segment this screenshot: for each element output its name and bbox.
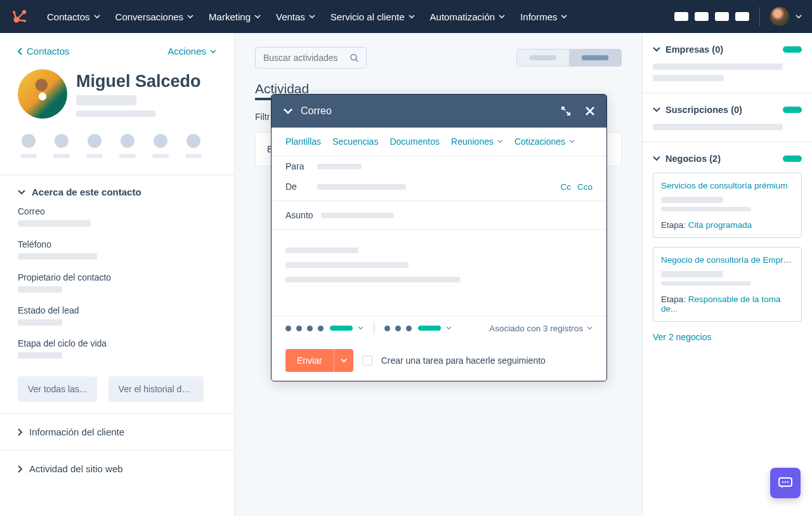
info-cliente-section[interactable]: Información del cliente xyxy=(0,413,234,450)
tab-secuencias[interactable]: Secuencias xyxy=(332,136,378,147)
placeholder xyxy=(285,277,461,282)
prop-estado-lead-label: Estado del lead xyxy=(18,305,216,315)
cc-button[interactable]: Cc xyxy=(560,182,571,192)
fmt-dot[interactable] xyxy=(285,326,291,331)
actividad-sitio-section[interactable]: Actividad del sitio web xyxy=(0,450,234,487)
email-body[interactable] xyxy=(272,234,606,296)
send-button[interactable]: Enviar xyxy=(285,349,334,372)
nav-conversaciones[interactable]: Conversaciones xyxy=(109,6,200,27)
fmt-dot[interactable] xyxy=(406,326,412,331)
chevron-down-icon[interactable] xyxy=(796,15,802,18)
empresas-header[interactable]: Empresas (0) xyxy=(653,44,802,55)
tab-documentos[interactable]: Documentos xyxy=(390,136,440,147)
action-circle[interactable] xyxy=(55,134,69,148)
svg-point-4 xyxy=(350,55,356,60)
placeholder xyxy=(653,124,783,130)
actions-menu[interactable]: Acciones xyxy=(167,46,216,56)
placeholder xyxy=(321,213,394,218)
expand-icon[interactable] xyxy=(561,106,571,116)
seg-1[interactable] xyxy=(517,50,569,66)
nav-marketing[interactable]: Marketing xyxy=(202,6,267,27)
nav-servicio[interactable]: Servicio al cliente xyxy=(324,6,421,27)
chat-button[interactable] xyxy=(770,468,801,498)
search-activities[interactable] xyxy=(255,47,367,69)
add-badge[interactable] xyxy=(783,46,802,53)
chevron-down-icon xyxy=(210,50,216,53)
nav-ventas[interactable]: Ventas xyxy=(270,6,322,27)
tab-reuniones[interactable]: Reuniones xyxy=(451,136,503,147)
nav-placeholder[interactable] xyxy=(715,12,729,21)
fmt-pill[interactable] xyxy=(418,326,441,331)
fmt-dot[interactable] xyxy=(395,326,401,331)
asunto-label: Asunto xyxy=(285,210,321,220)
nav-placeholder[interactable] xyxy=(735,12,749,21)
close-icon[interactable] xyxy=(585,106,595,116)
prop-etapa-ciclo-label: Etapa del ciclo de vida xyxy=(18,338,216,348)
hubspot-logo[interactable] xyxy=(10,7,29,26)
fmt-dot[interactable] xyxy=(318,326,324,331)
cco-button[interactable]: Cco xyxy=(577,182,593,192)
placeholder xyxy=(661,271,723,277)
back-contactos[interactable]: Contactos xyxy=(18,46,70,56)
deal-card-1[interactable]: Servicios de consultoría prémium Etapa: … xyxy=(653,173,802,238)
email-title: Correo xyxy=(301,105,332,117)
nav-informes[interactable]: Informes xyxy=(514,6,573,27)
nav-automatizacion[interactable]: Automatización xyxy=(424,6,512,27)
add-badge[interactable] xyxy=(783,107,802,113)
fmt-pill[interactable] xyxy=(330,326,353,331)
action-circle[interactable] xyxy=(121,134,134,148)
about-section-header[interactable]: Acerca de este contacto xyxy=(18,187,216,197)
svg-point-8 xyxy=(787,481,789,482)
placeholder xyxy=(18,220,91,227)
nav-contactos[interactable]: Contactos xyxy=(41,6,107,27)
collapse-icon[interactable] xyxy=(283,108,293,114)
nav-placeholder[interactable] xyxy=(674,12,688,21)
deal-card-2[interactable]: Negocio de consultoría de Empres... Etap… xyxy=(653,247,802,322)
nav-right xyxy=(674,7,802,26)
negocios-header[interactable]: Negocios (2) xyxy=(653,154,802,164)
seg-2[interactable] xyxy=(569,50,621,66)
search-input[interactable] xyxy=(263,53,350,63)
placeholder xyxy=(285,262,409,268)
email-tabs: Plantillas Secuencias Documentos Reunion… xyxy=(272,128,606,156)
field-asunto[interactable]: Asunto xyxy=(272,205,606,225)
tab-plantillas[interactable]: Plantillas xyxy=(285,136,321,147)
fmt-dot[interactable] xyxy=(307,326,313,331)
action-circle[interactable] xyxy=(22,134,36,148)
action-circle[interactable] xyxy=(187,134,200,148)
fmt-dot[interactable] xyxy=(384,326,390,331)
view-toggle[interactable] xyxy=(516,49,622,67)
placeholder xyxy=(76,95,136,105)
field-de[interactable]: De Cc Cco xyxy=(272,176,606,197)
placeholder xyxy=(661,207,751,211)
svg-point-7 xyxy=(785,481,786,482)
add-badge[interactable] xyxy=(783,155,802,162)
tab-cotizaciones[interactable]: Cotizaciones xyxy=(514,136,575,147)
nav-items: Contactos Conversaciones Marketing Venta… xyxy=(41,6,573,27)
field-para[interactable]: Para xyxy=(272,156,606,176)
ver-todas-button[interactable]: Ver todas las... xyxy=(18,376,97,402)
send-row: Enviar Crear una tarea para hacerle segu… xyxy=(272,340,606,381)
chevron-right-icon xyxy=(18,428,23,436)
asociado-dropdown[interactable]: Asociado con 3 registros xyxy=(489,324,593,333)
send-caret-button[interactable] xyxy=(334,349,353,372)
placeholder xyxy=(185,154,202,158)
suscripciones-header[interactable]: Suscripciones (0) xyxy=(653,105,802,115)
nav-placeholder[interactable] xyxy=(695,12,709,21)
user-avatar[interactable] xyxy=(770,7,789,26)
action-circle[interactable] xyxy=(88,134,102,148)
chevron-down-icon[interactable] xyxy=(358,326,363,330)
chevron-down-icon xyxy=(341,359,347,362)
contact-avatar[interactable] xyxy=(18,69,67,119)
deal-title[interactable]: Servicios de consultoría prémium xyxy=(661,181,794,190)
placeholder xyxy=(86,154,103,158)
create-task-checkbox[interactable] xyxy=(362,355,372,366)
placeholder xyxy=(76,110,155,117)
fmt-dot[interactable] xyxy=(296,326,302,331)
format-toolbar: Asociado con 3 registros xyxy=(272,315,606,340)
ver-historial-button[interactable]: Ver el historial de la... xyxy=(108,376,204,402)
deal-title[interactable]: Negocio de consultoría de Empres... xyxy=(661,255,794,265)
chevron-down-icon[interactable] xyxy=(446,326,452,330)
action-circle[interactable] xyxy=(154,134,167,148)
ver-negocios-link[interactable]: Ver 2 negocios xyxy=(653,332,802,342)
